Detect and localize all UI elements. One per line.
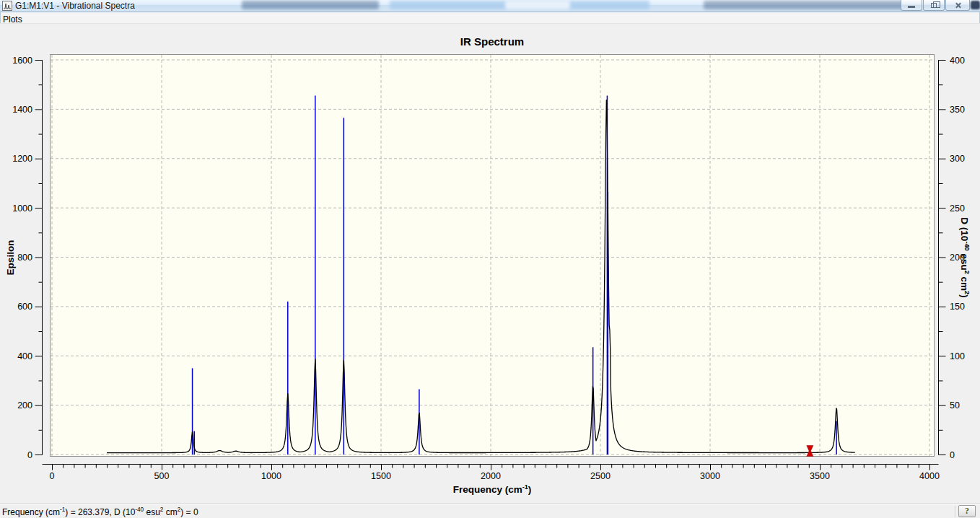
y-right-tick-label: 300 xyxy=(950,154,965,164)
close-button[interactable] xyxy=(945,0,970,11)
status-readout: Frequency (cm-1) = 263.379, D (10-40 esu… xyxy=(2,506,198,517)
vibrational-spectra-window: G1:M1:V1 - Vibrational Spectra Plots IR … xyxy=(0,0,980,518)
x-tick-label: 1500 xyxy=(371,471,391,481)
x-tick-label: 4000 xyxy=(919,471,940,481)
y-left-axis-title: Epsilon xyxy=(5,240,16,276)
app-icon xyxy=(2,1,12,11)
minimize-button[interactable] xyxy=(901,0,922,11)
restore-button[interactable] xyxy=(923,0,945,11)
status-bar: Frequency (cm-1) = 263.379, D (10-40 esu… xyxy=(0,504,980,518)
title-bar[interactable]: G1:M1:V1 - Vibrational Spectra xyxy=(0,0,980,12)
minimize-icon xyxy=(908,6,915,8)
y-right-tick-label: 100 xyxy=(950,351,965,361)
close-icon xyxy=(955,2,961,9)
background-window-artifact xyxy=(704,1,920,9)
x-tick-label: 0 xyxy=(50,471,55,481)
y-right-tick-label: 350 xyxy=(950,105,965,115)
y-right-tick-label: 250 xyxy=(950,203,965,214)
window-title: G1:M1:V1 - Vibrational Spectra xyxy=(15,1,135,11)
x-tick-label: 2500 xyxy=(590,471,611,481)
background-window-artifact xyxy=(505,1,570,9)
y-right-axis-title: D (10-40 esu2 cm2) xyxy=(959,217,971,297)
background-window-artifact xyxy=(242,1,379,9)
chart-title: IR Spectrum xyxy=(460,35,524,48)
y-left-tick-label: 400 xyxy=(17,351,32,361)
menu-item-plots[interactable]: Plots xyxy=(0,14,27,25)
y-left-tick-label: 1400 xyxy=(12,105,32,115)
y-right-tick-label: 150 xyxy=(950,302,965,312)
x-tick-label: 2000 xyxy=(481,471,501,481)
window-controls xyxy=(901,0,970,11)
plot-background[interactable] xyxy=(51,55,934,456)
y-right-tick-label: 0 xyxy=(950,450,955,460)
y-left-tick-label: 600 xyxy=(17,302,32,312)
x-axis-title: Frequency (cm-1) xyxy=(453,483,532,496)
y-right-tick-label: 400 xyxy=(950,56,965,66)
y-left-tick-label: 800 xyxy=(17,253,32,263)
menu-bar: Plots xyxy=(0,12,980,24)
spectrum-plot[interactable]: 0200400600800100012001400160005010015020… xyxy=(0,24,980,504)
y-left-tick-label: 1600 xyxy=(12,56,32,66)
y-left-tick-label: 1000 xyxy=(12,203,32,214)
y-left-tick-label: 200 xyxy=(17,400,32,411)
chart-region: IR Spectrum Epsilon D (10-40 esu2 cm2) F… xyxy=(0,24,980,504)
help-button[interactable]: ? xyxy=(958,505,976,517)
y-right-tick-label: 50 xyxy=(950,400,960,411)
x-tick-label: 500 xyxy=(154,471,170,481)
status-separator xyxy=(955,506,956,517)
restore-icon xyxy=(931,3,937,8)
x-tick-label: 3000 xyxy=(700,471,720,481)
y-left-tick-label: 0 xyxy=(27,450,32,460)
background-window-artifact xyxy=(971,1,980,9)
x-tick-label: 1000 xyxy=(261,471,281,481)
x-tick-label: 3500 xyxy=(810,471,830,481)
y-left-tick-label: 1200 xyxy=(12,154,32,164)
